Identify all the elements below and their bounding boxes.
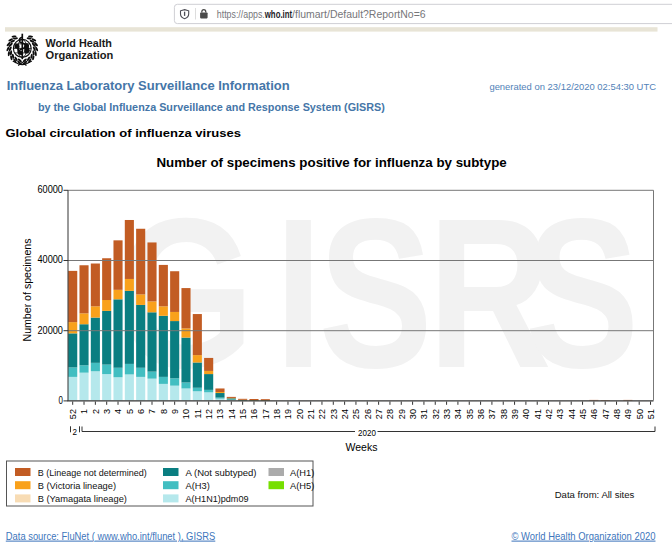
svg-text:Weeks: Weeks [346, 441, 378, 453]
svg-text:39: 39 [510, 409, 520, 419]
svg-text:48: 48 [612, 409, 622, 419]
svg-text:49: 49 [623, 409, 633, 419]
svg-text:5: 5 [125, 409, 135, 414]
svg-text:52: 52 [68, 409, 78, 419]
svg-text:24: 24 [340, 409, 350, 419]
svg-text:A (Not subtyped): A (Not subtyped) [186, 468, 257, 478]
svg-text:2: 2 [91, 409, 101, 414]
svg-text:9: 9 [170, 409, 180, 414]
svg-text:6: 6 [136, 409, 146, 414]
svg-text:Number of specimens positive f: Number of specimens positive for influen… [156, 156, 507, 170]
svg-text:19: 19 [283, 409, 293, 419]
svg-text:43: 43 [555, 409, 565, 419]
svg-text:27: 27 [374, 409, 384, 419]
svg-text:34: 34 [453, 409, 463, 419]
svg-text:22: 22 [317, 409, 327, 419]
svg-text:45: 45 [578, 409, 588, 419]
svg-text:Organization: Organization [46, 48, 114, 62]
svg-text:https://apps.who.int/flumart/D: https://apps.who.int/flumart/Default?Rep… [217, 9, 426, 20]
svg-text:Data source: FluNet ( www.who.: Data source: FluNet ( www.who.int/flunet… [6, 531, 216, 542]
svg-text:15: 15 [238, 409, 248, 419]
svg-text:40: 40 [521, 409, 531, 419]
svg-text:A(H1): A(H1) [290, 468, 314, 478]
svg-text:47: 47 [601, 409, 611, 419]
svg-text:25: 25 [351, 409, 361, 419]
svg-text:46: 46 [589, 409, 599, 419]
svg-text:A(H1N1)pdm09: A(H1N1)pdm09 [186, 494, 249, 504]
svg-text:20000: 20000 [37, 325, 63, 336]
svg-text:A(H5): A(H5) [290, 481, 314, 491]
svg-text:Data from: All sites: Data from: All sites [555, 490, 635, 500]
svg-text:© World Health Organization 20: © World Health Organization 2020 [512, 531, 656, 542]
svg-text:18: 18 [272, 409, 282, 419]
svg-text:12: 12 [204, 409, 214, 419]
svg-text:3: 3 [102, 409, 112, 414]
svg-text:23: 23 [329, 409, 339, 419]
svg-text:20: 20 [295, 409, 305, 419]
svg-text:40000: 40000 [37, 254, 63, 265]
svg-text:17: 17 [261, 409, 271, 419]
svg-text:28: 28 [385, 409, 395, 419]
svg-text:11: 11 [193, 409, 203, 418]
svg-text:B (Yamagata lineage): B (Yamagata lineage) [38, 494, 127, 504]
svg-text:33: 33 [442, 409, 452, 419]
svg-text:38: 38 [499, 409, 509, 419]
svg-text:8: 8 [159, 409, 169, 414]
svg-text:36: 36 [476, 409, 486, 419]
svg-text:16: 16 [249, 409, 259, 419]
svg-text:A(H3): A(H3) [186, 481, 210, 491]
svg-text:2: 2 [73, 427, 78, 437]
svg-text:44: 44 [567, 409, 577, 419]
svg-text:4: 4 [113, 409, 123, 414]
svg-text:Influenza Laboratory Surveilla: Influenza Laboratory Surveillance Inform… [7, 79, 290, 93]
svg-text:26: 26 [363, 409, 373, 419]
svg-text:2020: 2020 [358, 427, 376, 438]
svg-text:35: 35 [465, 409, 475, 419]
svg-text:50: 50 [635, 409, 645, 419]
svg-text:B (Victoria lineage): B (Victoria lineage) [38, 481, 116, 491]
svg-text:60000: 60000 [37, 184, 63, 195]
svg-text:29: 29 [397, 409, 407, 419]
svg-text:generated on 23/12/2020 02:54:: generated on 23/12/2020 02:54:30 UTC [489, 81, 656, 92]
svg-text:Global circulation of influenz: Global circulation of influenza viruses [5, 127, 241, 139]
svg-text:10: 10 [181, 409, 191, 419]
svg-text:31: 31 [419, 409, 429, 419]
svg-text:14: 14 [227, 409, 237, 419]
svg-text:30: 30 [408, 409, 418, 419]
svg-text:7: 7 [147, 409, 157, 414]
svg-text:32: 32 [431, 409, 441, 419]
svg-text:41: 41 [533, 409, 543, 419]
svg-text:37: 37 [487, 409, 497, 419]
svg-text:Number of specimens: Number of specimens [21, 238, 33, 342]
svg-text:1: 1 [79, 409, 89, 414]
svg-text:42: 42 [544, 409, 554, 419]
svg-text:21: 21 [306, 409, 316, 419]
svg-text:13: 13 [215, 409, 225, 419]
svg-text:0: 0 [59, 395, 64, 406]
svg-text:B (Lineage not determined): B (Lineage not determined) [38, 468, 147, 478]
svg-text:51: 51 [646, 409, 656, 419]
svg-text:by the Global Influenza Survei: by the Global Influenza Surveillance and… [38, 101, 385, 113]
